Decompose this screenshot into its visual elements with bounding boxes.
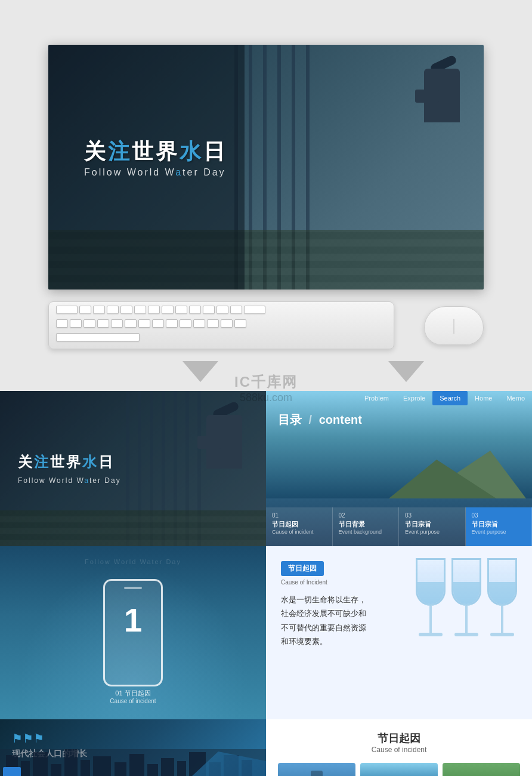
thumbnail-1[interactable]: 关注世界水日 Follow World Water Day [0,391,266,546]
thumb6-img-2 [360,763,438,776]
thumb3-caption: 01 节日起因 Cause of incident [110,689,156,704]
nav-search[interactable]: Search [432,391,468,405]
keyboard [48,301,394,349]
mouse [424,306,484,345]
thumbnails-grid: 关注世界水日 Follow World Water Day Problem Ex… [0,391,532,776]
content-card-2[interactable]: 02 节日背景 Event background [333,507,400,546]
thumb1-subtitle: Follow World Water Day [18,476,121,485]
thumb6-img-1 [278,763,355,776]
wine-glasses [413,558,520,648]
content-card-3[interactable]: 03 节日宗旨 Event purpose [399,507,466,546]
nav-problem[interactable]: Problem [357,391,396,405]
content-card-1[interactable]: 01 节日起因 Cause of incident [266,507,333,546]
slide-background: 关注世界水日 Follow World Water Day [48,45,484,290]
thumb4-text: 水是一切生命将以生存， 社会经济发展不可缺少和 不可替代的重要自然资源 和环境要… [281,593,400,649]
keyboard-area [48,290,484,361]
thumb2-title: 目录 / content [278,412,362,428]
wine-glass-1 [413,558,449,648]
wine-glass-3 [484,558,520,648]
thumbnail-6[interactable]: 节日起因 Cause of incident [266,719,532,776]
thumb1-faucet [135,397,254,528]
thumb2-cards: 01 节日起因 Cause of incident 02 节日背景 Event … [266,507,532,546]
thumb6-img-3 [443,763,520,776]
connector-arrow-left [183,361,218,382]
phone-number: 1 [105,592,161,637]
slide-subtitle: Follow World Water Day [84,167,226,178]
thumb6-title: 节日起因 [278,731,520,746]
thumb5-indicator [3,767,21,776]
nav-home[interactable]: Home [468,391,499,405]
thumb3-bg-text: Follow World Water Day [85,558,181,565]
thumbnail-3[interactable]: Follow World Water Day 1 01 节日起因 Cause o… [0,546,266,719]
thumb3-sub: Cause of incident [110,698,156,704]
thumb1-text: 关注世界水日 Follow World Water Day [18,452,121,485]
thumb1-title: 关注世界水日 [18,452,121,472]
thumb6-sub: Cause of incident [278,746,520,754]
phone-speaker [124,587,142,589]
thumbnail-2[interactable]: Problem Exprole Search Home Memo 目录 / co… [266,391,532,546]
nav-memo[interactable]: Memo [499,391,532,405]
thumb2-mountains [266,451,532,498]
thumb2-content: 目录 / content [278,412,362,428]
thumb6-images [278,763,520,776]
thumbnail-5[interactable]: ⚑⚑⚑ 现代社会人口的增长 [0,719,266,776]
thumb2-nav: Problem Exprole Search Home Memo [357,391,532,405]
content-card-4[interactable]: 03 节日宗旨 Event purpose [466,507,533,546]
thumb4-badge: 节日起因 [281,561,324,576]
thumbnail-4[interactable]: 节日起因 Cause of Incident 水是一切生命将以生存， 社会经济发… [266,546,532,719]
connector-arrow-right [388,361,424,382]
main-slide: 关注世界水日 Follow World Water Day [48,45,484,290]
nav-exprole[interactable]: Exprole [396,391,432,405]
thumb3-num: 01 节日起因 [110,689,156,698]
slide-title: 关注世界水日 [84,137,227,167]
wine-glass-2 [449,558,484,648]
thumb5-icon: ⚑⚑⚑ [12,731,254,746]
faucet-illustration [352,51,472,182]
phone-frame: 1 [103,579,163,686]
